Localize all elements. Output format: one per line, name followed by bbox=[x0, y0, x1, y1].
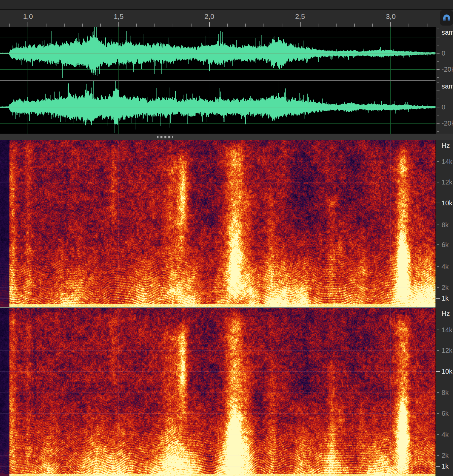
magnet-icon bbox=[442, 13, 452, 23]
ruler-major-tick bbox=[390, 22, 391, 27]
ruler-minor-tick bbox=[245, 24, 246, 27]
frequency-scale-tick bbox=[436, 466, 440, 467]
ruler-minor-tick bbox=[282, 24, 282, 27]
frequency-scale-label: 1k bbox=[442, 295, 449, 302]
ruler-minor-tick bbox=[191, 24, 191, 27]
frequency-scale-tick bbox=[437, 455, 439, 456]
spectrogram-divider bbox=[0, 307, 436, 308]
frequency-scale-tick bbox=[437, 266, 439, 267]
ruler-minor-tick bbox=[264, 24, 264, 27]
amplitude-scale-label: -20k bbox=[442, 120, 453, 127]
frequency-unit-label: Hz bbox=[442, 142, 450, 149]
frequency-scale-label: 14k bbox=[442, 326, 452, 334]
amplitude-scale-tick bbox=[437, 37, 440, 37]
frequency-scale-label: 2k bbox=[442, 284, 449, 292]
frequency-scale-tick bbox=[436, 298, 440, 299]
ruler-major-tick bbox=[118, 22, 119, 27]
amplitude-scale-tick bbox=[437, 29, 439, 29]
frequency-scale-label: 4k bbox=[442, 431, 449, 439]
top-bar bbox=[0, 0, 453, 10]
amplitude-scale-tick bbox=[437, 131, 439, 132]
snap-button[interactable] bbox=[440, 10, 453, 26]
frequency-scale-tick bbox=[437, 434, 439, 435]
ruler-time-label: 3,0 bbox=[386, 12, 395, 21]
frequency-scale-tick bbox=[437, 330, 439, 330]
frequency-scale-label: 2k bbox=[442, 452, 449, 460]
frequency-scale-tick bbox=[437, 392, 439, 393]
spectrogram-channel-right[interactable] bbox=[0, 308, 436, 476]
splitter-grip-icon[interactable] bbox=[157, 135, 173, 138]
frequency-unit-label: Hz bbox=[442, 310, 450, 317]
ruler-minor-tick bbox=[372, 24, 373, 27]
ruler-time-label: 2,5 bbox=[295, 12, 305, 21]
frequency-scale-label: 10k bbox=[442, 368, 452, 375]
ruler-time-label: 1,0 bbox=[23, 12, 33, 21]
ruler-minor-tick bbox=[82, 24, 83, 27]
ruler-minor-tick bbox=[318, 24, 318, 27]
amplitude-scale-label: sam bbox=[442, 82, 453, 90]
timeline-ruler[interactable]: 1,01,52,02,53,0 bbox=[0, 10, 453, 27]
frequency-scale-label: 12k bbox=[442, 178, 452, 186]
amplitude-scale-tick bbox=[437, 69, 440, 70]
frequency-scale-tick bbox=[437, 244, 439, 245]
ruler-major-tick bbox=[300, 22, 301, 27]
frequency-scale-label: 8k bbox=[442, 389, 449, 397]
ruler-minor-tick bbox=[9, 24, 10, 27]
ruler-time-label: 1,5 bbox=[114, 12, 124, 21]
ruler-minor-tick bbox=[173, 24, 173, 27]
frequency-scale-tick bbox=[437, 161, 439, 162]
ruler-major-tick bbox=[28, 22, 28, 27]
frequency-scale-label: 4k bbox=[442, 263, 449, 271]
frequency-scale-label: 14k bbox=[442, 158, 452, 166]
amplitude-scale-tick bbox=[437, 45, 439, 45]
audio-editor: 1,01,52,02,53,0 sam0-20ksam0-20kHz14k12k… bbox=[0, 0, 453, 476]
panel-splitter[interactable] bbox=[0, 134, 453, 140]
frequency-scale-tick bbox=[437, 413, 439, 414]
frequency-scale-label: 8k bbox=[442, 221, 449, 229]
vertical-scale-column[interactable]: sam0-20ksam0-20kHz14k12k10k8k6k4k2k1kHz1… bbox=[435, 27, 453, 476]
amplitude-scale-tick bbox=[437, 53, 440, 54]
amplitude-scale-label: 0 bbox=[442, 103, 445, 111]
amplitude-scale-label: -20k bbox=[442, 66, 453, 73]
frequency-scale-label: 10k bbox=[442, 199, 452, 207]
amplitude-scale-tick bbox=[437, 115, 439, 115]
ruler-major-tick bbox=[209, 22, 210, 27]
ruler-minor-tick bbox=[46, 24, 46, 27]
frequency-scale-label: 1k bbox=[442, 463, 449, 470]
frequency-scale-tick bbox=[437, 350, 439, 351]
ruler-minor-tick bbox=[336, 24, 337, 27]
amplitude-scale-tick bbox=[437, 91, 440, 91]
frequency-scale-label: 6k bbox=[442, 241, 449, 249]
amplitude-scale-label: 0 bbox=[442, 49, 445, 57]
ruler-time-label: 2,0 bbox=[204, 12, 214, 21]
ruler-minor-tick bbox=[154, 24, 155, 27]
amplitude-scale-tick bbox=[437, 82, 439, 83]
ruler-minor-tick bbox=[100, 24, 101, 27]
frequency-scale-tick bbox=[436, 203, 440, 203]
spectrogram-channel-left[interactable] bbox=[0, 140, 436, 307]
frequency-scale-label: 12k bbox=[442, 347, 452, 354]
amplitude-scale-tick bbox=[437, 99, 439, 99]
amplitude-scale-tick bbox=[437, 61, 439, 62]
frequency-scale-tick bbox=[437, 287, 439, 288]
ruler-minor-tick bbox=[409, 24, 409, 27]
channel-divider bbox=[0, 80, 436, 81]
ruler-minor-tick bbox=[136, 24, 137, 27]
amplitude-scale-label: sam bbox=[442, 29, 453, 36]
frequency-scale-label: 6k bbox=[442, 410, 449, 417]
amplitude-scale-tick bbox=[437, 107, 440, 107]
waveform-channel-right[interactable] bbox=[0, 81, 436, 134]
ruler-minor-tick bbox=[427, 24, 427, 27]
waveform-channel-left[interactable] bbox=[0, 27, 436, 80]
frequency-scale-tick bbox=[437, 225, 439, 225]
frequency-scale-tick bbox=[436, 371, 440, 372]
ruler-minor-tick bbox=[354, 24, 355, 27]
amplitude-scale-tick bbox=[437, 77, 439, 78]
amplitude-scale-tick bbox=[437, 123, 440, 124]
ruler-minor-tick bbox=[64, 24, 65, 27]
frequency-scale-tick bbox=[437, 182, 439, 182]
ruler-minor-tick bbox=[227, 24, 228, 27]
